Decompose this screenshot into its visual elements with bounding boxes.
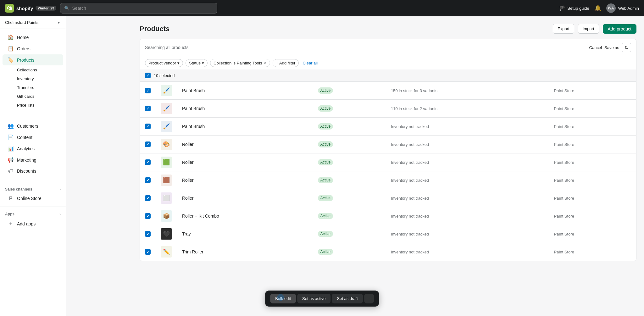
row-checkbox[interactable] [145,141,151,147]
row-checkbox[interactable] [145,231,151,237]
admin-menu[interactable]: WA Web Admin [606,3,639,13]
table-row[interactable]: 🎨 Roller Active Inventory not tracked Pa… [140,136,636,153]
bulk-edit-button[interactable]: Bulk edit [270,294,296,303]
sidebar-item-orders[interactable]: 📋 Orders [3,43,63,54]
notification-icon[interactable]: 🔔 [594,5,601,12]
sidebar-item-transfers[interactable]: Transfers [3,83,63,92]
row-checkbox[interactable] [145,177,151,183]
row-checkbox-cell [140,189,156,207]
sidebar-item-products[interactable]: 🏷️ Products [3,54,63,65]
select-bar: 10 selected [140,69,636,82]
topbar: 🛍 shopify Winter '23 🔍 🏴 Setup guide 🔔 W… [0,0,644,16]
apps-chevron-icon: › [59,212,61,216]
product-name-cell[interactable]: Roller [177,153,313,171]
store-selector[interactable]: Chelmsford Paints ▼ [0,16,66,29]
product-name-cell[interactable]: Roller [177,136,313,153]
filter-chip-collection[interactable]: Collection is Painting Tools × [210,59,270,67]
product-status-cell: Active [313,171,386,189]
remove-filter-icon[interactable]: × [264,60,266,65]
search-input[interactable] [72,6,213,11]
filter-chip-status[interactable]: Status ▾ [186,59,208,67]
shopify-icon: 🛍 [5,4,14,13]
page-header: Products Export Import Add product [140,24,636,34]
table-row[interactable]: 🖌️ Paint Brush Active 150 in stock for 3… [140,82,636,100]
filter-chip-vendor[interactable]: Product vendor ▾ [145,59,183,67]
status-badge: Active [318,213,333,219]
table-row[interactable]: 🖌️ Paint Brush Active Inventory not trac… [140,118,636,136]
sidebar-item-collections[interactable]: Collections [3,66,63,74]
clear-all-button[interactable]: Clear all [303,61,318,65]
set-active-button[interactable]: Set as active [297,294,330,303]
sidebar-item-add-apps[interactable]: ＋ Add apps [3,218,63,230]
sidebar-item-price-lists[interactable]: Price lists [3,101,63,109]
product-name-cell[interactable]: Paint Brush [177,82,313,100]
product-thumb-cell: ✏️ [156,243,177,261]
product-name-cell[interactable]: Tray [177,225,313,243]
add-filter-label: + Add filter [276,61,296,65]
status-badge: Active [318,123,333,130]
product-status-cell: Active [313,225,386,243]
table-row[interactable]: 🟫 Roller Active Inventory not tracked Pa… [140,171,636,189]
sidebar-item-customers[interactable]: 👥 Customers [3,120,63,131]
row-checkbox[interactable] [145,249,151,255]
product-name-cell[interactable]: Roller [177,171,313,189]
sidebar-item-analytics[interactable]: 📊 Analytics [3,143,63,154]
home-icon: 🏠 [8,34,14,40]
sales-channels-label: Sales channels [5,187,32,191]
cancel-button[interactable]: Cancel [589,45,602,50]
row-checkbox[interactable] [145,159,151,165]
product-name-cell[interactable]: Trim Roller [177,243,313,261]
product-name-cell[interactable]: Roller + Kit Combo [177,207,313,225]
import-button[interactable]: Import [578,24,599,34]
row-checkbox[interactable] [145,88,151,93]
status-badge: Active [318,195,333,201]
table-row[interactable]: ⬜ Roller Active Inventory not tracked Pa… [140,189,636,207]
row-checkbox-cell [140,171,156,189]
table-row[interactable]: 🖌️ Paint Brush Active 110 in stock for 2… [140,100,636,118]
sidebar-item-online-store[interactable]: 🖥 Online Store [3,193,63,204]
product-name-cell[interactable]: Paint Brush [177,100,313,118]
table-row[interactable]: ✏️ Trim Roller Active Inventory not trac… [140,243,636,261]
sidebar-label-add-apps: Add apps [17,221,36,226]
add-product-button[interactable]: Add product [603,24,637,34]
table-row[interactable]: 📦 Roller + Kit Combo Active Inventory no… [140,207,636,225]
product-name: Paint Brush [182,106,205,111]
table-row[interactable]: 🟩 Roller Active Inventory not tracked Pa… [140,153,636,171]
product-stock-cell: 110 in stock for 2 variants [386,100,549,118]
customers-icon: 👥 [8,123,14,129]
row-checkbox-cell [140,243,156,261]
setup-guide-button[interactable]: 🏴 Setup guide [559,5,589,11]
row-checkbox[interactable] [145,195,151,201]
sales-channels-header: Sales channels › [0,185,66,193]
sidebar-item-gift-cards[interactable]: Gift cards [3,92,63,101]
analytics-icon: 📊 [8,146,14,152]
sidebar-label-home: Home [17,35,29,40]
search-bar[interactable]: 🔍 [60,3,217,14]
save-as-button[interactable]: Save as [604,45,619,50]
row-checkbox[interactable] [145,213,151,219]
add-filter-button[interactable]: + Add filter [273,59,299,67]
sort-button[interactable]: ⇅ [622,43,631,52]
row-checkbox-cell [140,100,156,118]
row-checkbox[interactable] [145,124,151,129]
export-button[interactable]: Export [553,24,574,34]
product-name-cell[interactable]: Paint Brush [177,118,313,136]
sidebar-item-home[interactable]: 🏠 Home [3,32,63,43]
stock-info: Inventory not tracked [391,142,429,147]
product-status-cell: Active [313,189,386,207]
row-checkbox[interactable] [145,106,151,111]
stock-info: 110 in stock for 2 variants [391,106,437,111]
select-all-checkbox[interactable] [145,73,151,78]
product-name-cell[interactable]: Roller [177,189,313,207]
sidebar-item-marketing[interactable]: 📢 Marketing [3,154,63,165]
more-actions-button[interactable]: ··· [364,294,374,303]
product-store-cell: Paint Store [549,118,636,136]
stock-info: 150 in stock for 3 variants [391,88,437,93]
search-all-label: Searching all products [145,45,189,50]
status-badge: Active [318,141,333,147]
sidebar-item-content[interactable]: 📄 Content [3,132,63,143]
sidebar-item-discounts[interactable]: 🏷 Discounts [3,166,63,176]
set-draft-button[interactable]: Set as draft [332,294,363,303]
table-row[interactable]: 🖤 Tray Active Inventory not tracked Pain… [140,225,636,243]
sidebar-item-inventory[interactable]: Inventory [3,75,63,83]
